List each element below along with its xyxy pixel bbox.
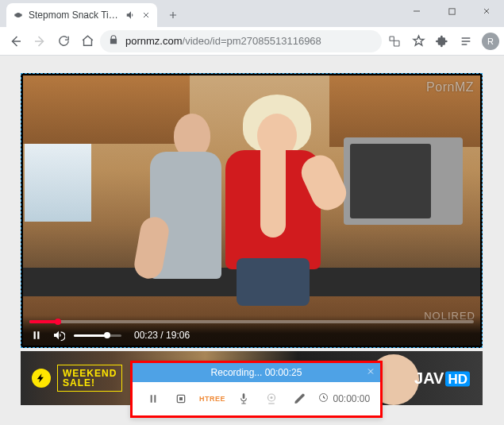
browser-toolbar: pornmz.com/video/id=pm27085513116968 R (0, 27, 504, 56)
page-content: PornMZ NOLIRED 00:23 / 19: (0, 56, 504, 425)
recorder-microphone-button[interactable] (233, 388, 254, 409)
recording-selection[interactable]: PornMZ NOLIRED 00:23 / 19: (21, 73, 483, 348)
recorder-elapsed: 00:00:00 (317, 392, 370, 406)
svg-rect-5 (242, 393, 244, 399)
translate-button[interactable] (383, 30, 406, 52)
bookmark-button[interactable] (407, 30, 429, 52)
video-time-label: 00:23 / 19:06 (134, 330, 190, 341)
svg-rect-4 (179, 397, 183, 400)
video-progress-bar[interactable] (29, 320, 474, 323)
svg-point-7 (271, 396, 273, 399)
promo-badge: WEEKEND SALE! (32, 365, 122, 392)
recorder-pause-button[interactable] (143, 388, 164, 409)
site-lock-icon[interactable] (108, 34, 119, 48)
recorder-stop-button[interactable] (171, 388, 191, 409)
brand-logo: JAVHD (414, 369, 470, 388)
scene-decoration (344, 137, 463, 225)
tab-favicon (13, 10, 24, 21)
nav-home-button[interactable] (76, 30, 98, 52)
window-close-button[interactable] (469, 0, 504, 22)
recorder-toolbar: HTREE 00:00:00 (133, 382, 380, 415)
new-tab-button[interactable] (162, 4, 184, 26)
volume-button[interactable] (52, 328, 66, 342)
recorder-tool-label[interactable]: HTREE (199, 395, 225, 403)
svg-rect-1 (390, 37, 394, 41)
recorder-elapsed-label: 00:00:00 (333, 393, 370, 404)
svg-rect-2 (394, 41, 399, 46)
pause-button[interactable] (29, 328, 44, 342)
address-bar[interactable]: pornmz.com/video/id=pm27085513116968 (100, 30, 382, 52)
screen-recorder-panel[interactable]: Recording... 00:00:25 HTREE (130, 361, 383, 418)
profile-avatar[interactable]: R (482, 33, 499, 50)
avatar-initial: R (487, 37, 494, 46)
extensions-button[interactable] (431, 30, 453, 52)
video-player[interactable]: PornMZ NOLIRED 00:23 / 19: (23, 75, 480, 346)
recorder-annotate-button[interactable] (290, 388, 310, 409)
nav-forward-button (29, 30, 51, 52)
recorder-close-button[interactable] (366, 367, 375, 379)
scene-decoration (25, 144, 91, 222)
promo-line-2: SALE! (63, 378, 117, 388)
recorder-header[interactable]: Recording... 00:00:25 (133, 363, 380, 382)
video-controls: 00:23 / 19:06 (23, 315, 480, 346)
window-maximize-button[interactable] (434, 0, 469, 22)
window-controls (399, 0, 504, 22)
tab-close-button[interactable] (141, 10, 151, 20)
url-text: pornmz.com/video/id=pm27085513116968 (125, 35, 374, 47)
volume-slider[interactable] (74, 334, 121, 337)
tab-title: Stepmom Snack Time porn - … (29, 10, 121, 21)
scene-decoration (202, 99, 329, 314)
svg-rect-0 (448, 8, 454, 14)
lightning-icon (32, 369, 51, 388)
clock-icon (317, 392, 329, 406)
audio-playing-icon[interactable] (125, 10, 137, 21)
window-titlebar: Stepmom Snack Time porn - … (0, 0, 504, 27)
reading-list-button[interactable] (455, 30, 477, 52)
recorder-webcam-button[interactable] (261, 388, 282, 409)
video-watermark-top: PornMZ (426, 80, 474, 95)
recorder-status-text: Recording... 00:00:25 (211, 367, 302, 378)
browser-tab[interactable]: Stepmom Snack Time porn - … (6, 3, 157, 27)
nav-reload-button[interactable] (52, 30, 75, 52)
nav-back-button[interactable] (5, 30, 27, 52)
window-minimize-button[interactable] (399, 0, 434, 22)
